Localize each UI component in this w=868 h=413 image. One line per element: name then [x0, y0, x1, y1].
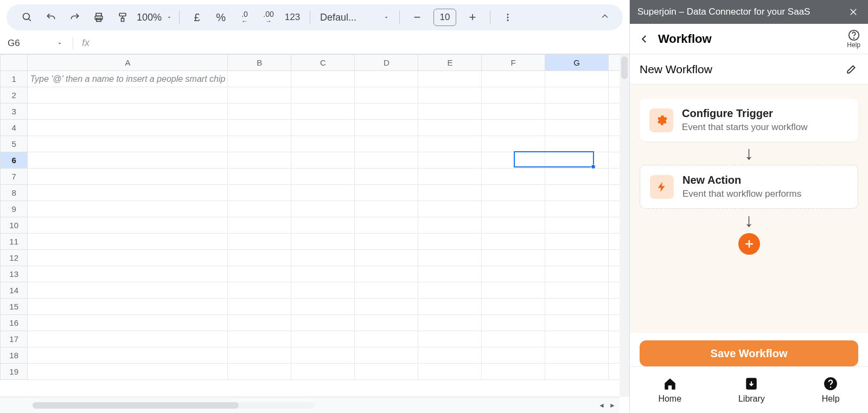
undo-icon[interactable] [40, 7, 62, 28]
zoom-dropdown[interactable]: 100% [136, 12, 173, 23]
row-header[interactable]: 17 [1, 331, 28, 347]
back-icon[interactable] [637, 32, 652, 46]
cell[interactable] [545, 201, 609, 217]
cell[interactable] [545, 169, 609, 185]
cell[interactable] [355, 201, 418, 217]
cell[interactable] [545, 120, 609, 136]
cell[interactable] [545, 71, 609, 87]
cell[interactable] [355, 234, 418, 250]
cell[interactable] [355, 347, 418, 364]
cell[interactable] [228, 185, 291, 201]
cell[interactable] [482, 169, 545, 185]
cell[interactable] [228, 136, 291, 152]
cell[interactable] [482, 152, 545, 169]
cell[interactable] [228, 104, 291, 120]
cell[interactable] [418, 364, 482, 380]
cell[interactable] [355, 250, 418, 266]
cell[interactable] [545, 104, 609, 120]
column-header[interactable]: C [291, 55, 355, 71]
cell[interactable] [355, 104, 418, 120]
cell[interactable] [418, 120, 482, 136]
horizontal-scrollbar[interactable]: ◄ ► [0, 397, 620, 413]
cell[interactable] [28, 217, 228, 234]
cell[interactable] [228, 299, 291, 315]
more-toolbar-icon[interactable] [497, 7, 519, 28]
column-header[interactable]: G [545, 55, 609, 71]
row-header[interactable]: 11 [1, 234, 28, 250]
cell[interactable] [482, 217, 545, 234]
cell[interactable] [291, 331, 355, 347]
cell[interactable] [418, 250, 482, 266]
cell[interactable] [482, 234, 545, 250]
cell[interactable] [28, 87, 228, 104]
collapse-toolbar-icon[interactable] [597, 8, 613, 24]
cell[interactable] [228, 250, 291, 266]
cell[interactable] [28, 169, 228, 185]
cell[interactable] [482, 364, 545, 380]
row-header[interactable]: 15 [1, 299, 28, 315]
save-workflow-button[interactable]: Save Workflow [640, 340, 858, 366]
cell[interactable] [291, 104, 355, 120]
cell[interactable] [355, 282, 418, 299]
cell[interactable] [482, 104, 545, 120]
increase-font-size-button[interactable]: + [462, 7, 483, 28]
cell[interactable] [28, 234, 228, 250]
percent-button[interactable]: % [210, 7, 232, 28]
cell[interactable] [228, 71, 291, 87]
cell[interactable] [291, 152, 355, 169]
cell[interactable] [418, 152, 482, 169]
font-size-input[interactable]: 10 [433, 9, 456, 26]
cell[interactable] [482, 315, 545, 331]
cell[interactable] [545, 331, 609, 347]
cell[interactable] [28, 299, 228, 315]
cell[interactable] [355, 87, 418, 104]
row-header[interactable]: 12 [1, 250, 28, 266]
paint-format-icon[interactable] [112, 7, 133, 28]
cell[interactable] [545, 315, 609, 331]
cell[interactable] [291, 234, 355, 250]
cell[interactable] [482, 185, 545, 201]
cell[interactable] [28, 315, 228, 331]
cell[interactable] [28, 250, 228, 266]
increase-decimal-button[interactable]: .00 → [258, 7, 279, 28]
cell[interactable] [545, 234, 609, 250]
vertical-scrollbar[interactable] [620, 54, 629, 397]
cell[interactable] [291, 120, 355, 136]
cell[interactable] [291, 136, 355, 152]
cell[interactable] [291, 315, 355, 331]
column-header[interactable]: A [28, 55, 228, 71]
row-header[interactable]: 6 [1, 152, 28, 169]
cell[interactable] [28, 331, 228, 347]
cell[interactable] [482, 120, 545, 136]
cell[interactable] [28, 201, 228, 217]
cell[interactable] [545, 136, 609, 152]
row-header[interactable]: 8 [1, 185, 28, 201]
edit-icon[interactable] [844, 62, 858, 76]
cell[interactable] [355, 266, 418, 282]
currency-button[interactable]: £ [186, 7, 208, 28]
row-header[interactable]: 10 [1, 217, 28, 234]
cell[interactable] [482, 282, 545, 299]
cell[interactable] [228, 120, 291, 136]
cell[interactable] [418, 217, 482, 234]
row-header[interactable]: 2 [1, 87, 28, 104]
cell[interactable] [418, 282, 482, 299]
cell[interactable] [28, 282, 228, 299]
footer-library[interactable]: Library [738, 377, 765, 404]
cell[interactable] [482, 331, 545, 347]
cell[interactable] [291, 201, 355, 217]
row-header[interactable]: 1 [1, 71, 28, 87]
cell[interactable] [418, 315, 482, 331]
cell[interactable] [355, 136, 418, 152]
decrease-decimal-button[interactable]: .0 ← [234, 7, 256, 28]
help-button[interactable]: Help [847, 29, 860, 49]
cell[interactable] [482, 299, 545, 315]
cell[interactable] [291, 250, 355, 266]
footer-home[interactable]: Home [658, 377, 681, 404]
cell[interactable] [418, 71, 482, 87]
column-header[interactable]: F [482, 55, 545, 71]
search-icon[interactable] [16, 7, 38, 28]
cell[interactable] [28, 136, 228, 152]
footer-help[interactable]: Help [822, 377, 840, 404]
cell[interactable] [228, 347, 291, 364]
